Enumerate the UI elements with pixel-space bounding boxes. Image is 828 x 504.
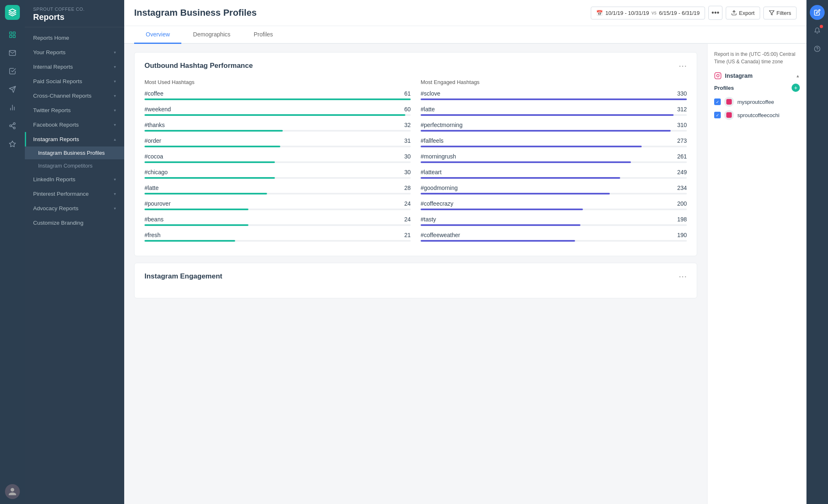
hashtag-row: #weekend 60 [144, 106, 411, 116]
export-button[interactable]: Export [726, 7, 760, 19]
sidebar-item-customize-branding[interactable]: Customize Branding [25, 216, 124, 230]
engagement-card: Instagram Engagement ⋯ [134, 263, 697, 298]
hashtag-row: #coffee 61 [144, 90, 411, 100]
hashtag-row: #latteart 249 [421, 169, 687, 179]
tabs-bar: Overview Demographics Profiles [124, 26, 806, 44]
most-engaged-rows: #sclove 330 #latte 312 #perfectmorning 3… [421, 90, 687, 242]
hashtag-count: 234 [677, 185, 687, 191]
hashtag-name: #fallfeels [421, 137, 443, 144]
engagement-card-title: Instagram Engagement [144, 272, 222, 281]
hashtag-name: #order [144, 137, 161, 144]
hashtag-bar [421, 114, 674, 116]
sidebar-item-your-reports[interactable]: Your Reports ▾ [25, 45, 124, 60]
profile-checkbox-sproutcoffeecochi[interactable]: ✓ [714, 112, 721, 118]
hashtag-name: #perfectmorning [421, 122, 462, 128]
rail-icon-analytics[interactable] [4, 99, 21, 116]
panel-collapse-icon[interactable]: ▲ [796, 74, 800, 78]
hashtag-bar-bg [421, 224, 687, 226]
app-logo[interactable] [5, 5, 20, 20]
hashtag-row: #coffeeweather 190 [421, 232, 687, 242]
hashtag-bar-bg [421, 209, 687, 210]
hashtag-bar-bg [144, 146, 411, 147]
most-used-header: Most Used Hashtags [144, 79, 411, 85]
card-title: Outbound Hashtag Performance [144, 62, 253, 70]
current-date-range: 10/1/19 - 10/31/19 [605, 10, 649, 16]
tab-profiles[interactable]: Profiles [242, 26, 285, 44]
rail-icon-tasks[interactable] [4, 63, 21, 79]
profile-avatar-sproutcoffeecochi [724, 110, 734, 120]
hashtag-bar-bg [421, 161, 687, 163]
hashtag-count: 310 [677, 122, 687, 128]
rail-icon-campaigns[interactable] [4, 136, 21, 152]
sidebar-subitem-instagram-business-profiles[interactable]: Instagram Business Profiles [25, 146, 124, 159]
sidebar-item-pinterest-performance[interactable]: Pinterest Performance ▾ [25, 187, 124, 201]
hashtag-name: #coffeecrazy [421, 200, 453, 207]
hashtag-name: #latteart [421, 169, 442, 175]
hashtag-count: 21 [404, 232, 411, 238]
sidebar-item-linkedin-reports[interactable]: LinkedIn Reports ▾ [25, 172, 124, 187]
help-button[interactable] [810, 41, 825, 56]
tab-overview[interactable]: Overview [134, 26, 181, 44]
hashtag-bar [144, 161, 275, 163]
hashtag-bar [144, 193, 267, 194]
card-more-options[interactable]: ⋯ [679, 61, 687, 71]
date-range-button[interactable]: 📅 10/1/19 - 10/31/19 vs 6/15/19 - 6/31/1… [591, 7, 705, 19]
hashtag-row: #pourover 24 [144, 200, 411, 210]
hashtag-name: #latte [144, 185, 159, 191]
engagement-card-more-options[interactable]: ⋯ [679, 271, 687, 281]
hashtag-count: 249 [677, 169, 687, 175]
rail-icon-social[interactable] [4, 118, 21, 134]
profile-item-mysproutcoffee: ✓ mysproutcoffee [714, 95, 800, 108]
icon-rail [0, 0, 25, 504]
hashtag-bar-bg [421, 114, 687, 116]
panel-section-header: Instagram ▲ [714, 72, 800, 79]
hashtag-count: 24 [404, 216, 411, 223]
hashtag-name: #cocoa [144, 153, 163, 160]
hashtag-count: 200 [677, 200, 687, 207]
svg-line-13 [11, 124, 13, 125]
hashtag-count: 198 [677, 216, 687, 223]
sidebar-item-reports-home[interactable]: Reports Home [25, 31, 124, 45]
compare-date-range: 6/15/19 - 6/31/19 [659, 10, 700, 16]
more-options-button[interactable]: ••• [708, 6, 722, 20]
rail-icon-publish[interactable] [4, 81, 21, 98]
hashtag-bar-bg [421, 193, 687, 194]
instagram-icon [714, 72, 722, 79]
hashtag-bar-bg [144, 224, 411, 226]
sidebar-item-paid-social-reports[interactable]: Paid Social Reports ▾ [25, 74, 124, 89]
most-engaged-col: Most Engaged Hashtags #sclove 330 #latte… [421, 79, 687, 247]
sidebar-item-internal-reports[interactable]: Internal Reports ▾ [25, 60, 124, 74]
sidebar-subitem-instagram-competitors[interactable]: Instagram Competitors [25, 159, 124, 172]
profile-checkbox-mysproutcoffee[interactable]: ✓ [714, 98, 721, 105]
chevron-icon: ▾ [114, 177, 116, 182]
hashtag-count: 60 [404, 106, 411, 113]
hashtag-count: 330 [677, 90, 687, 97]
chevron-icon: ▾ [114, 122, 116, 127]
sidebar-item-advocacy-reports[interactable]: Advocacy Reports ▾ [25, 201, 124, 216]
tab-demographics[interactable]: Demographics [181, 26, 242, 44]
hashtag-name: #tasty [421, 216, 436, 223]
rail-icon-reports[interactable] [4, 26, 21, 43]
rail-icon-inbox[interactable] [4, 45, 21, 61]
sidebar-item-cross-channel-reports[interactable]: Cross-Channel Reports ▾ [25, 89, 124, 103]
hashtag-bar-bg [144, 114, 411, 116]
hashtag-bar [421, 193, 610, 194]
hashtag-row: #thanks 32 [144, 122, 411, 132]
sidebar-item-facebook-reports[interactable]: Facebook Reports ▾ [25, 118, 124, 132]
user-avatar[interactable] [5, 484, 20, 499]
page-title: Instagram Business Profiles [134, 7, 257, 18]
card-header: Outbound Hashtag Performance ⋯ [144, 61, 687, 71]
hashtag-performance-card: Outbound Hashtag Performance ⋯ Most Used… [134, 52, 697, 256]
add-profile-button[interactable]: + [792, 84, 800, 92]
filters-button[interactable]: Filters [763, 7, 797, 19]
hashtag-row: #tasty 198 [421, 216, 687, 226]
svg-rect-0 [10, 32, 12, 34]
sidebar-item-instagram-reports[interactable]: Instagram Reports ▴ [25, 132, 124, 146]
notifications-button[interactable] [810, 23, 825, 38]
hashtag-bar-bg [144, 177, 411, 179]
compose-button[interactable] [810, 5, 825, 20]
hashtag-name: #fresh [144, 232, 161, 238]
sidebar-item-twitter-reports[interactable]: Twitter Reports ▾ [25, 103, 124, 118]
hashtag-name: #latte [421, 106, 435, 113]
hashtag-bar-bg [421, 98, 687, 100]
